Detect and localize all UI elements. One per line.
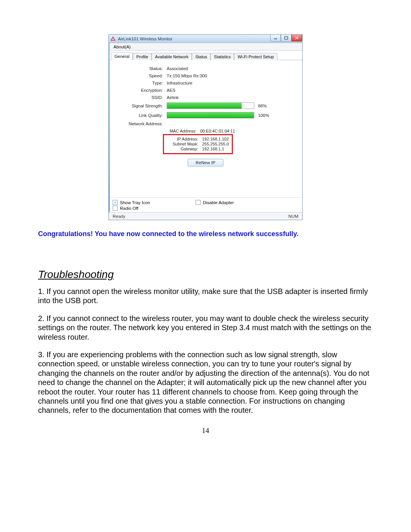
window-left-accent [109,43,110,212]
ip-label: IP Address: [167,137,200,141]
ssid-value: Airlink [164,95,178,100]
troubleshooting-paragraph-1: 1. If you cannot open the wireless monit… [38,287,373,305]
encryption-value: AES [164,88,175,93]
mac-value: 00:E0:4C:01:04:11 [198,129,235,133]
app-window: AirLink101 Wireless Monitor About(A) [108,34,303,220]
speed-value: Tx:150 Mbps Rx:300 [164,73,207,78]
mask-value: 255.255.255.0 [200,142,229,146]
type-value: Infrastructure [164,81,193,85]
type-label: Type: [114,81,164,85]
status-value: Associated [164,66,188,71]
troubleshooting-heading: Troubleshooting [38,268,373,281]
statusbar-num: NUM [288,214,298,219]
maximize-button[interactable] [281,35,292,42]
signal-strength-percent: 86% [258,104,267,108]
network-address-label: Network Address: [114,121,164,126]
signal-strength-bar [167,102,254,109]
link-quality-fill [167,112,254,118]
link-quality-bar [167,112,254,118]
statusbar-ready: Ready [113,214,125,219]
radio-off-checkbox[interactable] [113,206,118,211]
statusbar: Ready NUM [109,212,302,220]
show-tray-checkbox[interactable]: ✓ [113,200,118,205]
signal-strength-fill [167,103,242,109]
radio-off-label: Radio Off [120,206,138,211]
troubleshooting-paragraph-2: 2. If you cannot connect to the wireless… [38,314,373,342]
tabstrip: General Profile Available Network Status… [109,51,302,60]
menubar: About(A) [109,43,302,51]
signal-strength-label: Signal Strength: [114,104,164,108]
gateway-label: Gateway: [167,147,200,151]
tab-profile[interactable]: Profile [133,53,151,60]
mac-label: MAC Address: [163,129,198,133]
mask-label: Subnet Mask: [167,142,200,146]
close-button[interactable] [292,35,302,42]
gateway-value: 192.168.1.1 [200,147,224,151]
congratulations-text: Congratulations! You have now connected … [38,230,373,238]
menu-about[interactable]: About(A) [111,44,133,50]
tab-wifi-protect[interactable]: Wi-Fi Protect Setup [234,53,277,60]
tab-available-network[interactable]: Available Network [151,53,192,60]
ip-value: 192.168.1.102 [200,137,229,141]
svg-rect-1 [285,37,288,39]
link-quality-percent: 100% [258,113,269,118]
renew-ip-button[interactable]: ReNew IP [188,159,223,166]
tab-general[interactable]: General [111,53,133,60]
disable-adapter-checkbox[interactable] [196,200,201,205]
window-buttons [270,35,302,42]
show-tray-label: Show Tray Icon [120,200,150,205]
link-quality-label: Link Quality: [114,113,164,118]
disable-adapter-label: Disable Adapter [203,200,234,205]
status-label: Status: [114,66,164,71]
tab-status[interactable]: Status [192,53,210,60]
page-number: 14 [38,427,373,435]
troubleshooting-paragraph-3: 3. If you are experiencing problems with… [38,350,373,415]
tab-statistics[interactable]: Statistics [210,53,234,60]
window-title: AirLink101 Wireless Monitor [118,37,172,41]
ssid-label: SSID: [114,95,164,100]
minimize-button[interactable] [270,35,281,42]
app-icon [110,36,116,42]
speed-label: Speed: [114,73,164,78]
encryption-label: Encryption: [114,88,164,93]
bottom-options: ✓ Show Tray Icon Radio Off Disable Adapt… [109,197,302,212]
ip-highlight-box: IP Address:192.168.1.102 Subnet Mask:255… [163,134,233,154]
titlebar[interactable]: AirLink101 Wireless Monitor [109,35,302,43]
general-panel: Status:Associated Speed:Tx:150 Mbps Rx:3… [109,60,302,197]
